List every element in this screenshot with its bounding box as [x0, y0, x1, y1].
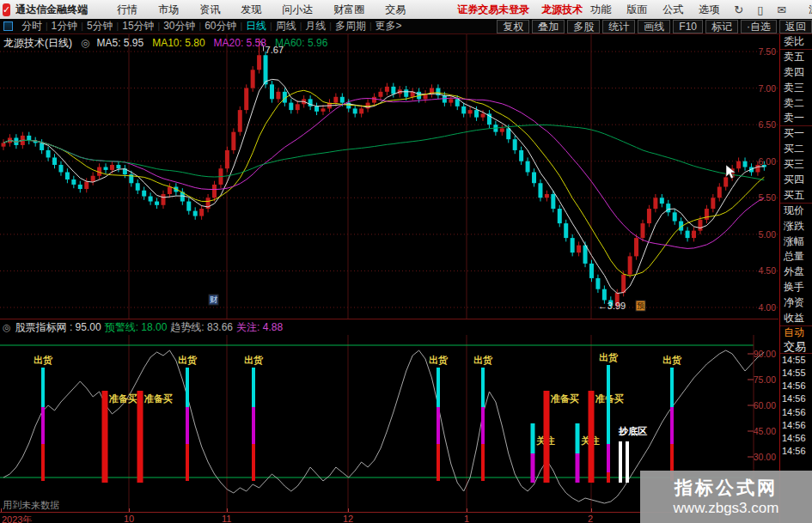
- x-axis-label: 11: [222, 514, 231, 523]
- x-tick: [348, 508, 349, 512]
- sidebar-tab-auto[interactable]: 自动: [780, 326, 812, 339]
- toolbar-button-统计[interactable]: 统计: [602, 20, 635, 33]
- toolbar-button-标记[interactable]: 标记: [705, 20, 738, 33]
- toolbar-button-画线[interactable]: 画线: [638, 20, 670, 33]
- menu-item-版面[interactable]: 版面: [626, 3, 647, 15]
- toolbar-button-多股[interactable]: 多股: [567, 20, 600, 33]
- period-tab-30分钟[interactable]: 30分钟: [163, 20, 195, 32]
- x-axis-label: 1: [464, 514, 469, 523]
- menu-item-功能[interactable]: 功能: [590, 3, 611, 15]
- period-tab-1分钟[interactable]: 1分钟: [52, 20, 78, 32]
- menu-item-公式[interactable]: 公式: [662, 3, 683, 15]
- x-axis-label: 10: [124, 514, 134, 523]
- svg-text:30.00: 30.00: [754, 452, 776, 462]
- tick-time: 14:56: [780, 445, 812, 458]
- signal-sell_tall: 出货: [599, 352, 619, 483]
- tick-time: 14:56: [780, 419, 812, 432]
- app-logo-icon: ✓: [3, 3, 10, 16]
- toolbar-button-返回[interactable]: 返回: [779, 20, 812, 33]
- event-marker: 财: [209, 295, 218, 305]
- period-tab-60分钟[interactable]: 60分钟: [205, 20, 236, 32]
- kline-view-icon[interactable]: [3, 21, 13, 31]
- period-tab-周线[interactable]: 周线: [276, 20, 296, 32]
- tdx-terminal-window: ✓ 通达信金融终端 行情市场资讯发现问小达财富圈交易 证券交易未登录 龙源技术 …: [0, 0, 812, 523]
- sidebar-row-总量: 总量: [780, 249, 812, 265]
- refresh-icon[interactable]: ↻: [734, 3, 743, 16]
- menu-item-交易[interactable]: 交易: [385, 3, 406, 15]
- menu-item-问小达[interactable]: 问小达: [282, 3, 313, 15]
- mail-icon[interactable]: ✉: [777, 3, 786, 16]
- x-axis-label: 2023年: [2, 514, 32, 523]
- sidebar-row-卖五: 卖五: [780, 50, 812, 65]
- candlestick-chart[interactable]: 7.507.006.506.005.505.004.504.007.67←3.9…: [0, 34, 778, 319]
- period-tab-更多>[interactable]: 更多>: [375, 20, 402, 32]
- indicator-collapse-icon[interactable]: ◎: [3, 322, 11, 333]
- tick-time: 14:56: [780, 392, 812, 405]
- sidebar-row-卖二: 卖二: [780, 96, 812, 112]
- app-name: 通达信金融终端: [15, 3, 88, 17]
- separator: |: [158, 21, 161, 31]
- month-gridlines: [129, 34, 591, 319]
- separator: |: [199, 21, 202, 31]
- period-tab-多周期[interactable]: 多周期: [335, 20, 366, 32]
- svg-text:5.00: 5.00: [759, 229, 777, 240]
- menu-item-市场[interactable]: 市场: [158, 3, 179, 15]
- separator: |: [117, 21, 119, 31]
- trade-login-alert[interactable]: 证券交易未登录: [457, 3, 529, 17]
- sidebar-tab-trade[interactable]: 交易: [780, 339, 812, 354]
- user-guest-label[interactable]: 游客: [809, 3, 812, 17]
- period-toolbar: 分时|1分钟|5分钟|15分钟|30分钟|60分钟|日线|周线|月线|多周期|更…: [0, 19, 812, 34]
- x-tick: [591, 508, 592, 512]
- event-marker: 预: [636, 301, 645, 311]
- x-tick: [129, 508, 130, 512]
- toolbar-button-复权[interactable]: 复权: [497, 20, 529, 33]
- separator: |: [46, 21, 48, 31]
- month-gridlines: [129, 335, 591, 512]
- menu-item-财富圈[interactable]: 财富圈: [333, 3, 364, 15]
- signal-prebuy: 准备买: [544, 391, 580, 483]
- indicator-output: 预警线: 18.00: [105, 321, 168, 333]
- svg-text:7.00: 7.00: [759, 83, 777, 94]
- separator: |: [81, 21, 83, 31]
- peak-price-label: 7.67: [266, 45, 284, 55]
- period-tab-15分钟[interactable]: 15分钟: [122, 20, 154, 32]
- period-tab-5分钟[interactable]: 5分钟: [87, 20, 113, 32]
- menu-item-发现[interactable]: 发现: [241, 3, 261, 15]
- sidebar-row-买一: 买一: [780, 126, 812, 142]
- svg-text:4.50: 4.50: [759, 265, 777, 276]
- signal-prebuy: 准备买: [589, 391, 625, 483]
- toolbar-button-F10[interactable]: F10: [673, 20, 703, 33]
- menu-item-选项[interactable]: 选项: [699, 3, 719, 15]
- watermark: 指标公式网 www.zbgs3.com: [640, 471, 812, 523]
- tick-time: 14:56: [780, 406, 812, 419]
- low-price-label: ←3.99: [598, 301, 626, 311]
- sidebar-row-买二: 买二: [780, 142, 812, 157]
- ma60-line: [3, 125, 764, 180]
- separator: |: [329, 21, 332, 31]
- x-axis-label: 2: [588, 514, 593, 523]
- svg-text:4.00: 4.00: [759, 302, 777, 313]
- svg-text:7.50: 7.50: [759, 46, 777, 57]
- tick-time: 14:56: [780, 380, 812, 392]
- phone-icon[interactable]: ▯: [757, 3, 763, 16]
- menu-item-行情[interactable]: 行情: [117, 3, 137, 15]
- sidebar-row-买四: 买四: [780, 173, 812, 188]
- signal-label: 出货: [178, 355, 198, 366]
- toolbar-button-叠加[interactable]: 叠加: [532, 20, 565, 33]
- x-axis-label: 12: [343, 514, 353, 523]
- tick-time: 14:55: [780, 354, 812, 367]
- signal-prebuy: 准备买: [102, 391, 138, 483]
- watermark-title: 指标公式网: [675, 477, 778, 499]
- period-tab-分时[interactable]: 分时: [21, 20, 42, 32]
- ma10-line: [3, 90, 764, 276]
- future-data-note: 用到未来数据: [3, 499, 59, 512]
- toolbar-button-·自选[interactable]: ·自选: [741, 20, 777, 33]
- menu-item-资讯[interactable]: 资讯: [199, 3, 220, 15]
- quote-sidebar: 委比卖五卖四卖三卖二卖一买一买二买三买四买五现价涨跌涨幅总量外盘换手净资收益 自…: [779, 34, 812, 523]
- signal-prebuy: 准备买: [137, 391, 174, 483]
- svg-text:财: 财: [210, 295, 217, 304]
- indicator-output: 趋势线: 83.66: [170, 321, 233, 333]
- signal-label: 准备买: [550, 393, 579, 404]
- period-tab-日线[interactable]: 日线: [246, 20, 266, 32]
- period-tab-月线[interactable]: 月线: [305, 20, 326, 32]
